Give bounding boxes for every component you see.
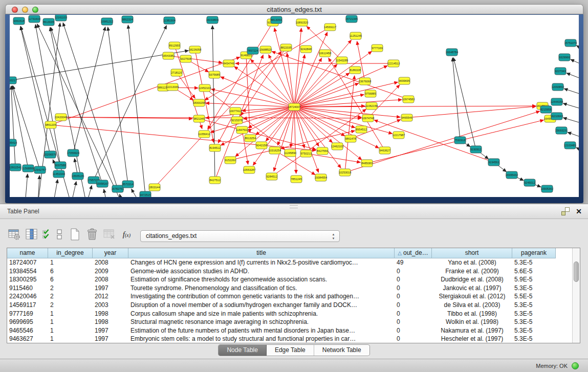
table-row[interactable]: 946554611997Estimation of the future num… — [7, 326, 572, 335]
network-node[interactable]: 8613254 — [245, 135, 256, 142]
table-row[interactable]: 2242004622012Investigating the contribut… — [7, 292, 572, 301]
network-node[interactable]: 23676068 — [359, 78, 371, 85]
network-node[interactable]: 9284512 — [266, 173, 277, 180]
network-node[interactable]: 10316254 — [269, 147, 281, 154]
network-node[interactable]: 12462103 — [331, 143, 343, 150]
network-node[interactable]: 9861205 — [45, 121, 56, 128]
table-options-button[interactable] — [7, 228, 21, 242]
network-node[interactable]: 15688520 — [259, 46, 272, 53]
network-node[interactable]: 9190912 — [470, 146, 482, 153]
network-node[interactable]: 9361518 — [13, 17, 25, 25]
network-node[interactable]: 7857224 — [247, 47, 258, 54]
network-node[interactable]: 10981212 — [101, 18, 113, 25]
network-node[interactable]: 8427512 — [209, 177, 221, 184]
network-node[interactable]: 9463627 — [379, 147, 390, 154]
network-node[interactable]: 9242848 — [300, 46, 312, 53]
network-node[interactable]: 10974583 — [402, 96, 415, 103]
network-node[interactable]: 12093832 — [552, 83, 564, 91]
network-node[interactable]: 16210643 — [551, 113, 563, 120]
tab-network-table[interactable]: Network Table — [314, 345, 369, 356]
network-node[interactable]: 12103481 — [564, 142, 576, 149]
network-node[interactable]: 18300295 — [193, 99, 205, 106]
table-vertical-scrollbar[interactable] — [572, 248, 580, 343]
network-node[interactable]: 8194512 — [209, 144, 221, 151]
network-node[interactable]: 17359924 — [67, 149, 79, 157]
tab-node-table[interactable]: Node Table — [219, 345, 267, 356]
network-node[interactable]: 16543382 — [162, 52, 175, 59]
network-node[interactable]: 10253018 — [339, 169, 351, 176]
network-node[interactable]: 9472515 — [140, 191, 151, 197]
network-node[interactable]: 10974748 — [362, 115, 374, 122]
network-node[interactable]: 9375685 — [209, 71, 220, 78]
network-node[interactable]: 8427556 — [317, 147, 328, 155]
network-node[interactable]: 8572214 — [122, 181, 134, 188]
network-node[interactable]: 12452103 — [199, 84, 211, 92]
function-builder-button[interactable]: f(x) — [120, 228, 134, 242]
network-node[interactable]: 18724007 — [288, 103, 300, 111]
network-node[interactable]: 11543289 — [336, 57, 348, 64]
column-header-in_degree[interactable]: in_degree — [48, 248, 93, 258]
network-node[interactable]: 13911541 — [10, 164, 21, 171]
network-node[interactable]: 11381904 — [163, 17, 176, 24]
network-node[interactable]: 10891520 — [296, 19, 308, 26]
network-node[interactable]: 11568869 — [22, 165, 34, 172]
network-node[interactable]: 9042158 — [256, 142, 267, 149]
network-node[interactable]: 22420046 — [55, 114, 67, 121]
network-node[interactable]: 18226058 — [189, 46, 201, 53]
network-node[interactable]: 12942757 — [34, 166, 46, 173]
network-node[interactable]: 11251245 — [350, 32, 362, 39]
panel-resize-grip[interactable] — [290, 205, 298, 208]
network-node[interactable]: 9750213 — [300, 150, 312, 157]
network-node[interactable]: 20206576 — [44, 151, 56, 158]
column-header-name[interactable]: name — [7, 248, 48, 258]
table-row[interactable]: 911546021997Tourette syndrome. Phenomeno… — [7, 284, 572, 293]
table-row[interactable]: 1938455462009Genome-wide association stu… — [7, 267, 572, 276]
network-node[interactable]: 10905342 — [541, 185, 553, 192]
network-node[interactable]: 9465546 — [401, 114, 412, 121]
network-node[interactable]: 9215378 — [231, 117, 243, 124]
network-node[interactable]: 8186328 — [350, 67, 361, 74]
column-header-out_degree[interactable]: △out_de… — [395, 248, 432, 258]
network-node[interactable]: 9327508 — [180, 55, 191, 62]
network-node[interactable]: 9699695 — [399, 77, 410, 84]
network-node[interactable]: 10077413 — [229, 107, 242, 115]
network-node[interactable]: 12161103 — [55, 15, 67, 21]
new-table-button[interactable] — [68, 228, 81, 242]
delete-table-button[interactable] — [85, 228, 99, 242]
network-node[interactable]: 16033809 — [206, 16, 219, 24]
network-node[interactable]: 15958167 — [96, 180, 108, 187]
network-node[interactable]: 11245890 — [284, 149, 296, 157]
network-node[interactable]: 8912955 — [169, 42, 180, 49]
network-canvas[interactable]: 1872400791154601089152014569117112512459… — [10, 15, 579, 197]
network-node[interactable]: 9097588 — [55, 162, 66, 169]
scrollbar-thumb[interactable] — [574, 261, 579, 282]
clear-selection-button[interactable] — [55, 228, 64, 242]
float-panel-button[interactable] — [561, 207, 570, 215]
network-node[interactable]: 9756885 — [365, 90, 376, 97]
network-node[interactable]: 12214513 — [387, 60, 400, 67]
network-node[interactable]: 11056412 — [198, 130, 210, 138]
network-node[interactable]: 8215958 — [540, 106, 552, 113]
network-node[interactable]: 2803144 — [149, 184, 160, 191]
network-node[interactable]: 7590918 — [454, 137, 466, 144]
column-header-year[interactable]: year — [93, 248, 128, 258]
network-node[interactable]: 11731603 — [28, 15, 40, 23]
table-row[interactable]: 946362711997Embryonic stem cells: a mode… — [7, 335, 572, 343]
column-header-pagerank[interactable]: pagerank — [512, 248, 556, 258]
network-node[interactable]: 19384554 — [315, 174, 327, 181]
network-node[interactable]: 15721345 — [345, 15, 358, 23]
show-columns-button[interactable] — [25, 228, 38, 242]
table-row[interactable]: 977716911998Corpus callosum shape and si… — [7, 310, 572, 318]
network-node[interactable]: 10735414 — [10, 139, 17, 146]
network-node[interactable]: 8485083 — [361, 160, 373, 167]
network-node[interactable]: 16995432 — [506, 171, 518, 179]
table-row[interactable]: 1830029562008Estimation of significance … — [7, 275, 572, 284]
network-node[interactable]: 8813054 — [271, 16, 282, 24]
column-header-short[interactable]: short — [432, 248, 512, 258]
network-node[interactable]: 8454749 — [223, 60, 234, 67]
network-node[interactable]: 11451944 — [53, 170, 65, 178]
network-node[interactable]: 8954512 — [356, 126, 367, 133]
network-node[interactable]: 12213339 — [166, 83, 179, 91]
network-node[interactable]: 9152260 — [225, 157, 236, 164]
window-titlebar[interactable]: citations_edges.txt — [5, 4, 583, 14]
